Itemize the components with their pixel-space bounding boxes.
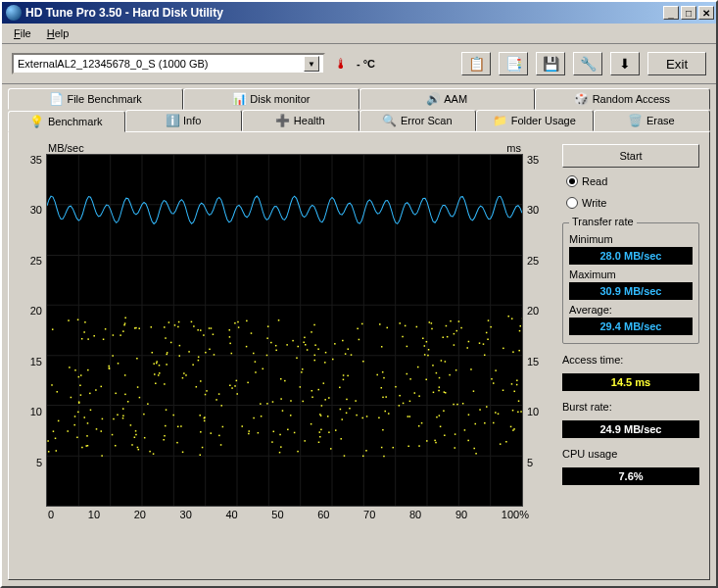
y-axis-left: 35 30 25 20 15 10 5 <box>19 154 46 507</box>
svg-rect-232 <box>166 354 168 355</box>
svg-rect-347 <box>418 445 420 446</box>
minimize-tray-button[interactable]: ⬇ <box>610 52 640 75</box>
svg-rect-367 <box>328 397 330 398</box>
svg-rect-106 <box>149 451 151 452</box>
radio-icon <box>566 175 578 187</box>
svg-rect-172 <box>191 321 193 322</box>
svg-rect-185 <box>137 447 139 448</box>
svg-rect-270 <box>407 416 409 416</box>
tab-random-access[interactable]: 🎲Random Access <box>535 88 710 110</box>
svg-rect-404 <box>503 390 504 391</box>
menu-help[interactable]: Help <box>39 25 77 41</box>
svg-rect-54 <box>137 386 139 387</box>
tab-benchmark[interactable]: 💡Benchmark <box>8 111 125 132</box>
svg-rect-220 <box>439 386 441 387</box>
svg-rect-147 <box>159 372 161 373</box>
svg-rect-330 <box>341 418 343 419</box>
svg-rect-180 <box>453 404 455 405</box>
svg-rect-313 <box>287 429 289 430</box>
side-panel: Start Read Write Transfer rate Minimum 2… <box>562 142 699 569</box>
svg-rect-60 <box>320 429 322 430</box>
svg-rect-354 <box>55 438 57 439</box>
svg-rect-359 <box>193 325 195 326</box>
svg-rect-328 <box>204 416 206 417</box>
svg-rect-348 <box>311 390 313 391</box>
svg-rect-38 <box>209 349 211 350</box>
svg-rect-151 <box>164 383 166 384</box>
svg-rect-118 <box>229 329 231 330</box>
dropdown-icon[interactable]: ▼ <box>304 56 319 72</box>
tab-erase[interactable]: 🗑️Erase <box>594 110 711 131</box>
average-value: 29.4 MB/sec <box>569 318 693 335</box>
tab-file-benchmark[interactable]: 📄File Benchmark <box>8 88 183 110</box>
svg-rect-288 <box>113 418 115 419</box>
tab-info[interactable]: ℹ️Info <box>125 110 243 131</box>
svg-rect-107 <box>124 374 126 375</box>
svg-rect-72 <box>317 389 319 390</box>
svg-rect-20 <box>468 341 470 342</box>
radio-write[interactable]: Write <box>562 195 699 211</box>
svg-rect-128 <box>339 387 341 388</box>
svg-rect-376 <box>118 363 120 364</box>
radio-read[interactable]: Read <box>562 173 699 189</box>
svg-rect-355 <box>442 336 444 337</box>
svg-rect-209 <box>302 368 304 369</box>
tab-health[interactable]: ➕Health <box>242 110 359 131</box>
options-button[interactable]: 🔧 <box>573 52 602 75</box>
svg-rect-235 <box>87 422 89 423</box>
tab-error-scan[interactable]: 🔍Error Scan <box>359 110 477 131</box>
window-title: HD Tune Pro 3.50 - Hard Disk Utility <box>25 6 663 20</box>
svg-rect-205 <box>205 352 207 353</box>
svg-rect-171 <box>382 397 384 398</box>
svg-rect-242 <box>458 320 460 321</box>
svg-rect-82 <box>96 428 98 429</box>
svg-rect-174 <box>93 335 95 336</box>
svg-rect-219 <box>143 414 145 415</box>
svg-rect-295 <box>115 393 117 394</box>
tab-disk-monitor[interactable]: 📊Disk monitor <box>183 88 359 110</box>
drive-selector[interactable]: ExternalAL2_12345678_0_S (1000 GB) ▼ <box>12 53 325 74</box>
svg-rect-366 <box>122 408 124 409</box>
svg-rect-191 <box>165 337 167 338</box>
exit-button[interactable]: Exit <box>647 52 706 75</box>
svg-rect-22 <box>314 355 316 356</box>
svg-rect-284 <box>487 339 489 340</box>
svg-rect-336 <box>296 358 298 359</box>
svg-rect-315 <box>87 369 89 370</box>
svg-rect-249 <box>418 425 420 426</box>
tab-folder-usage[interactable]: 📁Folder Usage <box>476 110 594 131</box>
close-button[interactable]: ✕ <box>698 6 714 20</box>
svg-rect-255 <box>135 434 137 435</box>
svg-rect-360 <box>203 334 205 335</box>
svg-rect-138 <box>101 455 103 456</box>
svg-rect-402 <box>220 444 222 445</box>
start-button[interactable]: Start <box>562 144 699 168</box>
svg-rect-380 <box>355 400 357 401</box>
menu-file[interactable]: File <box>6 25 39 41</box>
maximize-button[interactable]: □ <box>681 6 696 20</box>
svg-rect-133 <box>466 347 468 348</box>
svg-rect-409 <box>325 352 327 353</box>
svg-rect-389 <box>87 445 89 446</box>
tab-aam[interactable]: 🔊AAM <box>359 88 535 110</box>
svg-rect-405 <box>279 452 281 453</box>
svg-rect-418 <box>405 325 407 326</box>
svg-rect-262 <box>127 401 129 402</box>
trash-icon: 🗑️ <box>629 114 643 127</box>
access-time-label: Access time: <box>562 354 699 366</box>
svg-rect-236 <box>210 432 212 433</box>
save-button[interactable]: 💾 <box>536 52 565 75</box>
copy-info-button[interactable]: 📋 <box>461 52 491 75</box>
svg-rect-110 <box>440 426 442 427</box>
svg-rect-277 <box>260 403 262 404</box>
svg-rect-175 <box>516 379 518 380</box>
titlebar: HD Tune Pro 3.50 - Hard Disk Utility _ □… <box>2 2 716 24</box>
svg-rect-221 <box>516 384 518 385</box>
copy-screenshot-button[interactable]: 📑 <box>499 52 528 75</box>
maximum-label: Maximum <box>569 269 693 280</box>
svg-rect-75 <box>491 378 493 379</box>
svg-rect-76 <box>434 440 436 441</box>
svg-rect-233 <box>238 326 240 327</box>
svg-rect-134 <box>429 321 431 322</box>
minimize-button[interactable]: _ <box>663 6 679 20</box>
